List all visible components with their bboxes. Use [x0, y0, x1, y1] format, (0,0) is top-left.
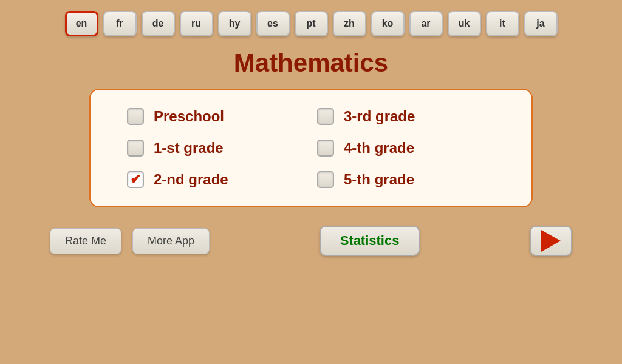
grade-label: 1-st grade [154, 140, 224, 157]
grade-checkbox[interactable]: ✔ [127, 171, 144, 188]
lang-btn-pt[interactable]: pt [295, 11, 328, 36]
grade-label: 3-rd grade [344, 108, 415, 125]
bottom-left-buttons: Rate Me More App [50, 228, 210, 254]
lang-btn-it[interactable]: it [486, 11, 519, 36]
lang-btn-ar[interactable]: ar [409, 11, 443, 36]
grade-label: 4-th grade [344, 140, 414, 157]
lang-btn-ru[interactable]: ru [180, 11, 213, 36]
grade-checkbox[interactable]: ✔ [317, 171, 334, 188]
lang-btn-uk[interactable]: uk [448, 11, 481, 36]
rate-me-button[interactable]: Rate Me [50, 228, 121, 254]
grade-item[interactable]: ✔5-th grade [317, 171, 495, 188]
lang-btn-fr[interactable]: fr [103, 11, 137, 36]
grade-label: 2-nd grade [154, 171, 228, 188]
statistics-button[interactable]: Statistics [320, 226, 420, 256]
bottom-bar: Rate Me More App Statistics [38, 226, 584, 256]
lang-btn-ko[interactable]: ko [371, 11, 405, 36]
grade-item[interactable]: ✔2-nd grade [127, 171, 305, 188]
lang-btn-hy[interactable]: hy [218, 11, 251, 36]
next-arrow-button[interactable] [530, 226, 572, 256]
lang-btn-zh[interactable]: zh [333, 11, 366, 36]
arrow-right-icon [541, 230, 561, 252]
lang-btn-es[interactable]: es [256, 11, 290, 36]
grade-item[interactable]: ✔Preschool [127, 108, 305, 125]
grade-item[interactable]: ✔3-rd grade [317, 108, 495, 125]
page-title: Mathematics [234, 49, 388, 78]
lang-btn-de[interactable]: de [142, 11, 175, 36]
more-app-button[interactable]: More App [132, 228, 210, 254]
grade-checkbox[interactable]: ✔ [127, 140, 144, 157]
grade-selection-panel: ✔Preschool✔3-rd grade✔1-st grade✔4-th gr… [89, 89, 533, 207]
grade-label: 5-th grade [344, 171, 414, 188]
grade-checkbox[interactable]: ✔ [317, 108, 334, 125]
grade-label: Preschool [154, 108, 224, 125]
grade-item[interactable]: ✔1-st grade [127, 140, 305, 157]
grade-checkbox[interactable]: ✔ [317, 140, 334, 157]
grade-checkbox[interactable]: ✔ [127, 108, 144, 125]
lang-btn-ja[interactable]: ja [524, 11, 558, 36]
grade-item[interactable]: ✔4-th grade [317, 140, 495, 157]
checkmark-icon: ✔ [130, 172, 141, 187]
language-bar: enfrderuhyesptzhkoarukitja [53, 0, 570, 42]
lang-btn-en[interactable]: en [65, 11, 98, 36]
